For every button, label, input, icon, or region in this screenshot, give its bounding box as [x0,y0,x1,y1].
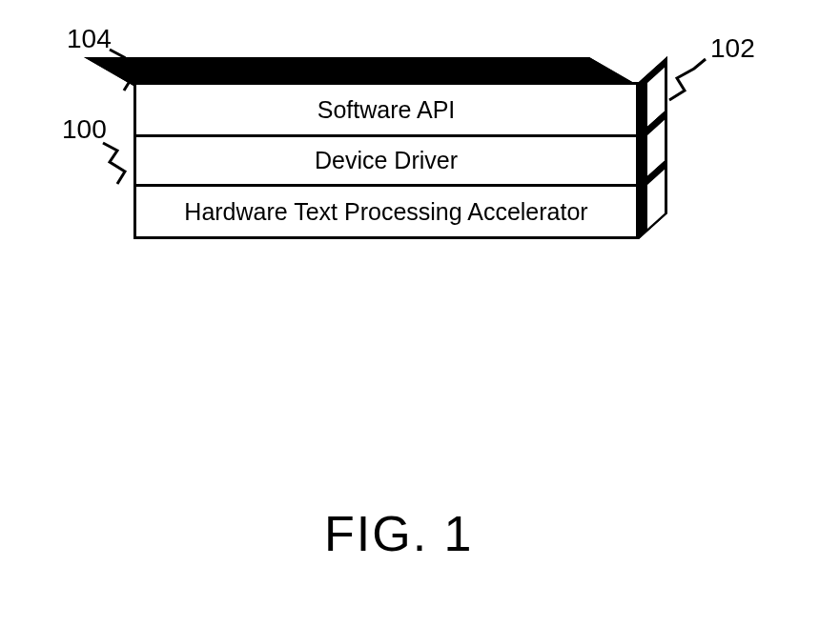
hardware-accelerator-layer: Hardware Text Processing Accelerator [133,184,639,239]
leader-line-102 [667,57,713,105]
leader-line-100 [98,141,136,189]
leader-line-104 [105,48,143,95]
hardware-accelerator-label: Hardware Text Processing Accelerator [184,198,587,226]
device-driver-label: Device Driver [315,147,458,174]
ref-102: 102 [710,33,755,64]
software-api-layer: Software API [133,82,639,137]
software-api-label: Software API [318,96,456,124]
figure-label: FIG. 1 [324,505,473,562]
device-driver-layer: Device Driver [133,134,639,187]
